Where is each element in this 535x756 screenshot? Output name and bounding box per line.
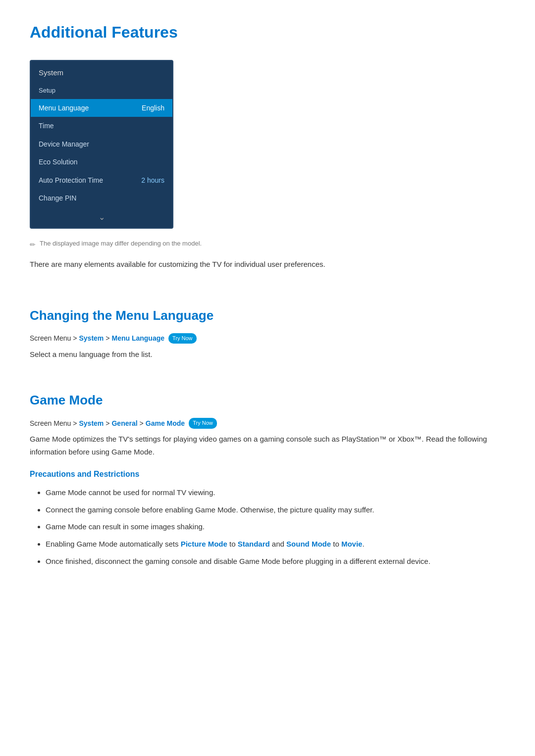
breadcrumb-menu-language: Screen Menu > System > Menu Language Try… bbox=[30, 333, 505, 344]
list-item-text: Once finished, disconnect the gaming con… bbox=[46, 557, 430, 565]
sound-mode-link[interactable]: Sound Mode bbox=[286, 540, 331, 548]
page-title: Additional Features bbox=[30, 20, 505, 45]
precautions-list: Game Mode cannot be used for normal TV v… bbox=[30, 487, 505, 568]
breadcrumb-sep: > bbox=[73, 333, 77, 344]
tv-menu-item-label: Auto Protection Time bbox=[39, 175, 103, 186]
standard-link[interactable]: Standard bbox=[238, 540, 270, 548]
tv-menu-item-time: Time bbox=[31, 117, 172, 135]
list-item-text: Game Mode cannot be used for normal TV v… bbox=[46, 488, 215, 497]
breadcrumb-sep: > bbox=[73, 418, 77, 429]
tv-menu-item-menu-language: Menu Language English bbox=[31, 99, 172, 117]
breadcrumb-game-mode: Screen Menu > System > General > Game Mo… bbox=[30, 418, 505, 429]
menu-language-sub-text: Select a menu language from the list. bbox=[30, 348, 505, 361]
tv-menu-item-label: Device Manager bbox=[39, 139, 89, 150]
tv-menu-item-eco-solution: Eco Solution bbox=[31, 153, 172, 171]
section-heading-menu-language: Changing the Menu Language bbox=[30, 305, 505, 326]
breadcrumb-system-link[interactable]: System bbox=[79, 418, 104, 429]
tv-menu-title: System bbox=[31, 61, 172, 83]
breadcrumb-system-link[interactable]: System bbox=[79, 333, 104, 344]
list-item: Once finished, disconnect the gaming con… bbox=[46, 555, 505, 568]
tv-menu-item-value: English bbox=[142, 102, 164, 113]
list-item-text: Connect the gaming console before enabli… bbox=[46, 505, 374, 514]
movie-link[interactable]: Movie bbox=[341, 540, 363, 548]
breadcrumb-menu-language-link[interactable]: Menu Language bbox=[111, 333, 164, 344]
pencil-icon: ✏ bbox=[30, 239, 36, 250]
tv-menu-item-auto-protection-time: Auto Protection Time 2 hours bbox=[31, 171, 172, 189]
tv-menu-item-label: Menu Language bbox=[39, 102, 89, 113]
list-item: Game Mode can result in some images shak… bbox=[46, 521, 505, 533]
try-now-badge[interactable]: Try Now bbox=[168, 333, 197, 344]
tv-menu-setup-label: Setup bbox=[31, 83, 172, 99]
breadcrumb-general-link[interactable]: General bbox=[111, 418, 137, 429]
list-item-text: Enabling Game Mode automatically sets bbox=[46, 540, 181, 548]
list-item: Enabling Game Mode automatically sets Pi… bbox=[46, 538, 505, 551]
breadcrumb-sep: > bbox=[106, 333, 109, 344]
tv-menu-item-device-manager: Device Manager bbox=[31, 135, 172, 153]
list-item: Game Mode cannot be used for normal TV v… bbox=[46, 487, 505, 499]
tv-menu-item-label: Eco Solution bbox=[39, 156, 78, 167]
breadcrumb-sep: > bbox=[106, 418, 109, 429]
subsection-heading-precautions: Precautions and Restrictions bbox=[30, 468, 505, 481]
list-item-text: Game Mode can result in some images shak… bbox=[46, 522, 205, 531]
list-item: Connect the gaming console before enabli… bbox=[46, 504, 505, 516]
note-line: ✏ The displayed image may differ dependi… bbox=[30, 239, 505, 250]
tv-menu-chevron-icon: ⌄ bbox=[31, 207, 172, 228]
game-mode-body-text: Game Mode optimizes the TV's settings fo… bbox=[30, 433, 505, 458]
tv-menu-item-change-pin: Change PIN bbox=[31, 189, 172, 207]
breadcrumb-game-mode-link[interactable]: Game Mode bbox=[146, 418, 185, 429]
breadcrumb-sep: > bbox=[140, 418, 144, 429]
breadcrumb-screen-menu: Screen Menu bbox=[30, 418, 71, 429]
try-now-badge-game-mode[interactable]: Try Now bbox=[189, 418, 217, 429]
tv-menu-item-label: Change PIN bbox=[39, 193, 76, 203]
tv-menu-item-label: Time bbox=[39, 120, 54, 131]
intro-text: There are many elements available for cu… bbox=[30, 258, 505, 271]
note-text: The displayed image may differ depending… bbox=[40, 239, 202, 249]
tv-menu-item-value: 2 hours bbox=[141, 175, 164, 186]
breadcrumb-screen-menu: Screen Menu bbox=[30, 333, 71, 344]
section-heading-game-mode: Game Mode bbox=[30, 390, 505, 411]
tv-menu-screenshot: System Setup Menu Language English Time … bbox=[30, 60, 173, 229]
picture-mode-link[interactable]: Picture Mode bbox=[181, 540, 227, 548]
